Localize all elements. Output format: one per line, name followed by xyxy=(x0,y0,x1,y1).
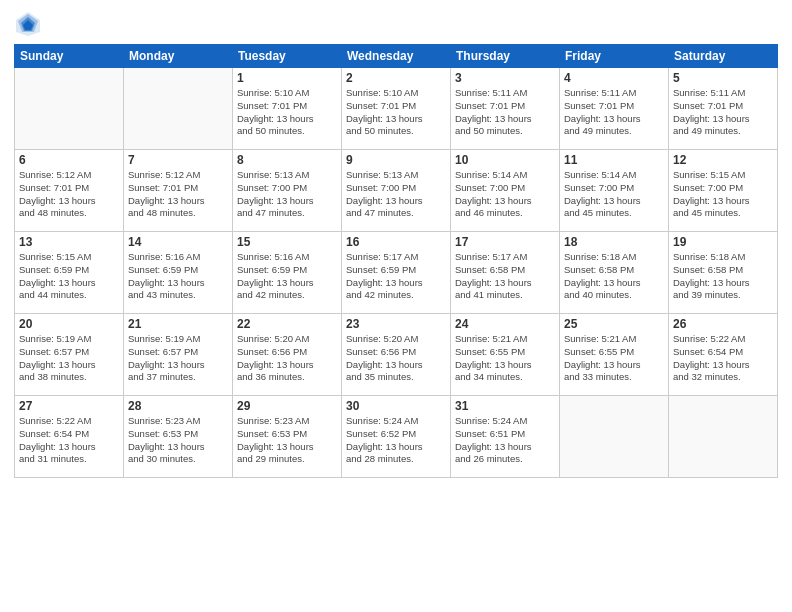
day-number: 8 xyxy=(237,153,337,167)
day-number: 4 xyxy=(564,71,664,85)
day-number: 9 xyxy=(346,153,446,167)
calendar-cell: 21Sunrise: 5:19 AM Sunset: 6:57 PM Dayli… xyxy=(124,314,233,396)
calendar-week-1: 1Sunrise: 5:10 AM Sunset: 7:01 PM Daylig… xyxy=(15,68,778,150)
day-number: 23 xyxy=(346,317,446,331)
calendar-cell: 23Sunrise: 5:20 AM Sunset: 6:56 PM Dayli… xyxy=(342,314,451,396)
day-number: 26 xyxy=(673,317,773,331)
day-info: Sunrise: 5:16 AM Sunset: 6:59 PM Dayligh… xyxy=(237,251,337,302)
calendar-cell: 20Sunrise: 5:19 AM Sunset: 6:57 PM Dayli… xyxy=(15,314,124,396)
day-info: Sunrise: 5:17 AM Sunset: 6:59 PM Dayligh… xyxy=(346,251,446,302)
day-number: 2 xyxy=(346,71,446,85)
calendar-cell: 11Sunrise: 5:14 AM Sunset: 7:00 PM Dayli… xyxy=(560,150,669,232)
day-info: Sunrise: 5:22 AM Sunset: 6:54 PM Dayligh… xyxy=(673,333,773,384)
day-number: 30 xyxy=(346,399,446,413)
calendar-cell: 5Sunrise: 5:11 AM Sunset: 7:01 PM Daylig… xyxy=(669,68,778,150)
weekday-header-friday: Friday xyxy=(560,45,669,68)
day-number: 22 xyxy=(237,317,337,331)
day-number: 10 xyxy=(455,153,555,167)
weekday-header-saturday: Saturday xyxy=(669,45,778,68)
calendar-cell: 29Sunrise: 5:23 AM Sunset: 6:53 PM Dayli… xyxy=(233,396,342,478)
weekday-header-thursday: Thursday xyxy=(451,45,560,68)
day-number: 29 xyxy=(237,399,337,413)
weekday-header-row: SundayMondayTuesdayWednesdayThursdayFrid… xyxy=(15,45,778,68)
day-number: 18 xyxy=(564,235,664,249)
calendar-cell: 18Sunrise: 5:18 AM Sunset: 6:58 PM Dayli… xyxy=(560,232,669,314)
day-number: 24 xyxy=(455,317,555,331)
calendar-cell: 4Sunrise: 5:11 AM Sunset: 7:01 PM Daylig… xyxy=(560,68,669,150)
day-info: Sunrise: 5:11 AM Sunset: 7:01 PM Dayligh… xyxy=(455,87,555,138)
day-info: Sunrise: 5:11 AM Sunset: 7:01 PM Dayligh… xyxy=(673,87,773,138)
day-number: 28 xyxy=(128,399,228,413)
day-number: 19 xyxy=(673,235,773,249)
calendar-cell: 10Sunrise: 5:14 AM Sunset: 7:00 PM Dayli… xyxy=(451,150,560,232)
calendar-week-2: 6Sunrise: 5:12 AM Sunset: 7:01 PM Daylig… xyxy=(15,150,778,232)
day-info: Sunrise: 5:15 AM Sunset: 7:00 PM Dayligh… xyxy=(673,169,773,220)
calendar-cell: 2Sunrise: 5:10 AM Sunset: 7:01 PM Daylig… xyxy=(342,68,451,150)
calendar: SundayMondayTuesdayWednesdayThursdayFrid… xyxy=(14,44,778,478)
day-info: Sunrise: 5:19 AM Sunset: 6:57 PM Dayligh… xyxy=(128,333,228,384)
day-info: Sunrise: 5:19 AM Sunset: 6:57 PM Dayligh… xyxy=(19,333,119,384)
day-number: 1 xyxy=(237,71,337,85)
calendar-cell: 30Sunrise: 5:24 AM Sunset: 6:52 PM Dayli… xyxy=(342,396,451,478)
header xyxy=(14,10,778,38)
day-info: Sunrise: 5:24 AM Sunset: 6:52 PM Dayligh… xyxy=(346,415,446,466)
calendar-cell: 24Sunrise: 5:21 AM Sunset: 6:55 PM Dayli… xyxy=(451,314,560,396)
day-info: Sunrise: 5:16 AM Sunset: 6:59 PM Dayligh… xyxy=(128,251,228,302)
calendar-cell: 9Sunrise: 5:13 AM Sunset: 7:00 PM Daylig… xyxy=(342,150,451,232)
day-number: 16 xyxy=(346,235,446,249)
calendar-cell: 16Sunrise: 5:17 AM Sunset: 6:59 PM Dayli… xyxy=(342,232,451,314)
calendar-cell xyxy=(560,396,669,478)
day-number: 7 xyxy=(128,153,228,167)
calendar-cell: 8Sunrise: 5:13 AM Sunset: 7:00 PM Daylig… xyxy=(233,150,342,232)
calendar-cell: 3Sunrise: 5:11 AM Sunset: 7:01 PM Daylig… xyxy=(451,68,560,150)
day-number: 13 xyxy=(19,235,119,249)
calendar-cell: 17Sunrise: 5:17 AM Sunset: 6:58 PM Dayli… xyxy=(451,232,560,314)
day-number: 15 xyxy=(237,235,337,249)
calendar-cell: 13Sunrise: 5:15 AM Sunset: 6:59 PM Dayli… xyxy=(15,232,124,314)
day-info: Sunrise: 5:17 AM Sunset: 6:58 PM Dayligh… xyxy=(455,251,555,302)
day-info: Sunrise: 5:12 AM Sunset: 7:01 PM Dayligh… xyxy=(128,169,228,220)
calendar-cell: 1Sunrise: 5:10 AM Sunset: 7:01 PM Daylig… xyxy=(233,68,342,150)
calendar-cell: 12Sunrise: 5:15 AM Sunset: 7:00 PM Dayli… xyxy=(669,150,778,232)
calendar-week-4: 20Sunrise: 5:19 AM Sunset: 6:57 PM Dayli… xyxy=(15,314,778,396)
calendar-cell: 7Sunrise: 5:12 AM Sunset: 7:01 PM Daylig… xyxy=(124,150,233,232)
day-info: Sunrise: 5:13 AM Sunset: 7:00 PM Dayligh… xyxy=(346,169,446,220)
calendar-cell xyxy=(669,396,778,478)
day-info: Sunrise: 5:21 AM Sunset: 6:55 PM Dayligh… xyxy=(564,333,664,384)
day-number: 21 xyxy=(128,317,228,331)
day-info: Sunrise: 5:20 AM Sunset: 6:56 PM Dayligh… xyxy=(346,333,446,384)
day-info: Sunrise: 5:12 AM Sunset: 7:01 PM Dayligh… xyxy=(19,169,119,220)
weekday-header-sunday: Sunday xyxy=(15,45,124,68)
weekday-header-monday: Monday xyxy=(124,45,233,68)
calendar-cell: 15Sunrise: 5:16 AM Sunset: 6:59 PM Dayli… xyxy=(233,232,342,314)
day-number: 3 xyxy=(455,71,555,85)
day-info: Sunrise: 5:18 AM Sunset: 6:58 PM Dayligh… xyxy=(564,251,664,302)
calendar-cell: 31Sunrise: 5:24 AM Sunset: 6:51 PM Dayli… xyxy=(451,396,560,478)
calendar-cell: 22Sunrise: 5:20 AM Sunset: 6:56 PM Dayli… xyxy=(233,314,342,396)
day-number: 6 xyxy=(19,153,119,167)
calendar-cell xyxy=(124,68,233,150)
calendar-cell: 28Sunrise: 5:23 AM Sunset: 6:53 PM Dayli… xyxy=(124,396,233,478)
day-info: Sunrise: 5:24 AM Sunset: 6:51 PM Dayligh… xyxy=(455,415,555,466)
day-number: 5 xyxy=(673,71,773,85)
day-number: 25 xyxy=(564,317,664,331)
day-info: Sunrise: 5:23 AM Sunset: 6:53 PM Dayligh… xyxy=(237,415,337,466)
weekday-header-tuesday: Tuesday xyxy=(233,45,342,68)
calendar-week-5: 27Sunrise: 5:22 AM Sunset: 6:54 PM Dayli… xyxy=(15,396,778,478)
weekday-header-wednesday: Wednesday xyxy=(342,45,451,68)
day-number: 20 xyxy=(19,317,119,331)
logo xyxy=(14,10,46,38)
day-info: Sunrise: 5:20 AM Sunset: 6:56 PM Dayligh… xyxy=(237,333,337,384)
calendar-cell: 26Sunrise: 5:22 AM Sunset: 6:54 PM Dayli… xyxy=(669,314,778,396)
day-info: Sunrise: 5:22 AM Sunset: 6:54 PM Dayligh… xyxy=(19,415,119,466)
calendar-cell: 6Sunrise: 5:12 AM Sunset: 7:01 PM Daylig… xyxy=(15,150,124,232)
calendar-cell: 19Sunrise: 5:18 AM Sunset: 6:58 PM Dayli… xyxy=(669,232,778,314)
day-number: 27 xyxy=(19,399,119,413)
day-info: Sunrise: 5:18 AM Sunset: 6:58 PM Dayligh… xyxy=(673,251,773,302)
day-info: Sunrise: 5:14 AM Sunset: 7:00 PM Dayligh… xyxy=(455,169,555,220)
day-info: Sunrise: 5:13 AM Sunset: 7:00 PM Dayligh… xyxy=(237,169,337,220)
day-number: 31 xyxy=(455,399,555,413)
day-number: 17 xyxy=(455,235,555,249)
day-info: Sunrise: 5:11 AM Sunset: 7:01 PM Dayligh… xyxy=(564,87,664,138)
day-info: Sunrise: 5:15 AM Sunset: 6:59 PM Dayligh… xyxy=(19,251,119,302)
